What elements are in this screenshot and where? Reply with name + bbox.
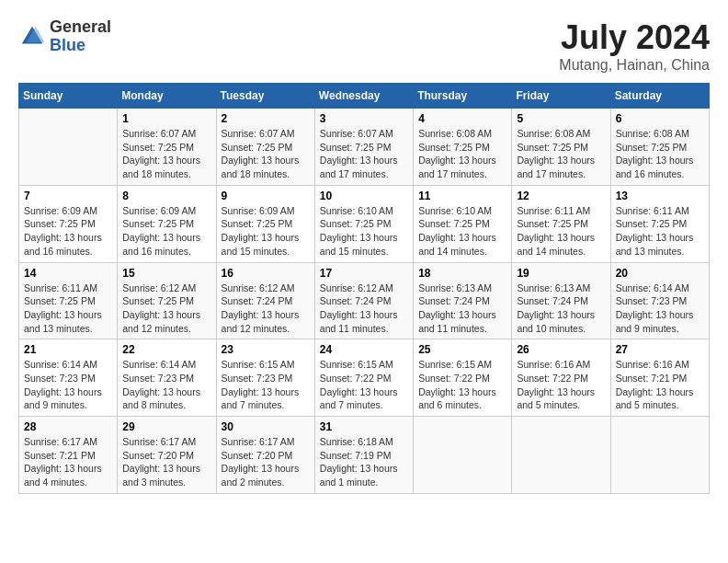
day-cell: 28Sunrise: 6:17 AMSunset: 7:21 PMDayligh…	[19, 417, 118, 494]
day-cell: 26Sunrise: 6:16 AMSunset: 7:22 PMDayligh…	[512, 339, 610, 417]
page-header: General Blue July 2024 Mutang, Hainan, C…	[18, 18, 710, 74]
day-info: Sunrise: 6:09 AMSunset: 7:25 PMDaylight:…	[122, 204, 210, 259]
day-number: 3	[320, 112, 408, 125]
day-number: 2	[222, 112, 310, 125]
day-cell: 4Sunrise: 6:08 AMSunset: 7:25 PMDaylight…	[414, 109, 512, 186]
day-number: 17	[320, 267, 408, 280]
day-cell: 3Sunrise: 6:07 AMSunset: 7:25 PMDaylight…	[314, 109, 413, 186]
day-cell: 18Sunrise: 6:13 AMSunset: 7:24 PMDayligh…	[414, 262, 512, 339]
day-number: 11	[418, 190, 506, 202]
day-info: Sunrise: 6:18 AMSunset: 7:19 PMDaylight:…	[320, 435, 408, 489]
day-cell: 22Sunrise: 6:14 AMSunset: 7:23 PMDayligh…	[118, 339, 216, 417]
day-info: Sunrise: 6:17 AMSunset: 7:20 PMDaylight:…	[222, 435, 310, 489]
day-cell: 9Sunrise: 6:09 AMSunset: 7:25 PMDaylight…	[216, 185, 314, 262]
day-cell: 29Sunrise: 6:17 AMSunset: 7:20 PMDayligh…	[118, 417, 216, 494]
day-cell: 24Sunrise: 6:15 AMSunset: 7:22 PMDayligh…	[314, 339, 413, 417]
day-number: 29	[122, 420, 210, 433]
day-cell: 15Sunrise: 6:12 AMSunset: 7:25 PMDayligh…	[118, 262, 216, 339]
day-cell	[19, 109, 118, 186]
day-number: 19	[517, 267, 605, 280]
day-info: Sunrise: 6:12 AMSunset: 7:25 PMDaylight:…	[122, 282, 210, 336]
day-number: 23	[222, 343, 310, 356]
week-row-2: 14Sunrise: 6:11 AMSunset: 7:25 PMDayligh…	[19, 262, 710, 339]
header-sunday: Sunday	[19, 84, 118, 109]
calendar-header: SundayMondayTuesdayWednesdayThursdayFrid…	[19, 84, 710, 109]
day-info: Sunrise: 6:17 AMSunset: 7:21 PMDaylight:…	[24, 435, 112, 489]
calendar-table: SundayMondayTuesdayWednesdayThursdayFrid…	[18, 83, 710, 494]
day-cell: 17Sunrise: 6:12 AMSunset: 7:24 PMDayligh…	[314, 262, 413, 339]
day-info: Sunrise: 6:07 AMSunset: 7:25 PMDaylight:…	[222, 127, 310, 181]
day-cell: 23Sunrise: 6:15 AMSunset: 7:23 PMDayligh…	[216, 339, 314, 417]
day-info: Sunrise: 6:15 AMSunset: 7:22 PMDaylight:…	[320, 358, 408, 412]
day-info: Sunrise: 6:14 AMSunset: 7:23 PMDaylight:…	[24, 358, 112, 412]
day-info: Sunrise: 6:15 AMSunset: 7:22 PMDaylight:…	[418, 358, 506, 412]
day-cell: 27Sunrise: 6:16 AMSunset: 7:21 PMDayligh…	[610, 339, 709, 417]
day-info: Sunrise: 6:14 AMSunset: 7:23 PMDaylight:…	[122, 358, 210, 412]
day-number: 24	[320, 343, 408, 356]
day-number: 15	[122, 267, 210, 280]
title-block: July 2024 Mutang, Hainan, China	[559, 18, 710, 74]
day-number: 30	[222, 420, 310, 433]
day-number: 9	[222, 190, 310, 202]
day-cell: 5Sunrise: 6:08 AMSunset: 7:25 PMDaylight…	[512, 109, 610, 186]
day-number: 26	[517, 343, 605, 356]
logo-icon	[18, 23, 46, 51]
day-cell: 31Sunrise: 6:18 AMSunset: 7:19 PMDayligh…	[314, 417, 413, 494]
day-cell	[414, 417, 512, 494]
day-number: 7	[24, 190, 112, 202]
day-info: Sunrise: 6:08 AMSunset: 7:25 PMDaylight:…	[418, 127, 506, 181]
day-number: 27	[616, 343, 704, 356]
header-saturday: Saturday	[610, 84, 709, 109]
day-cell: 14Sunrise: 6:11 AMSunset: 7:25 PMDayligh…	[19, 262, 118, 339]
header-row: SundayMondayTuesdayWednesdayThursdayFrid…	[19, 84, 710, 109]
day-number: 10	[320, 190, 408, 202]
day-number: 14	[24, 267, 112, 280]
day-info: Sunrise: 6:09 AMSunset: 7:25 PMDaylight:…	[222, 204, 310, 259]
day-info: Sunrise: 6:16 AMSunset: 7:21 PMDaylight:…	[616, 358, 704, 412]
day-info: Sunrise: 6:15 AMSunset: 7:23 PMDaylight:…	[222, 358, 310, 412]
day-number: 6	[616, 112, 704, 125]
day-info: Sunrise: 6:08 AMSunset: 7:25 PMDaylight:…	[517, 127, 605, 181]
header-friday: Friday	[512, 84, 610, 109]
day-info: Sunrise: 6:13 AMSunset: 7:24 PMDaylight:…	[517, 282, 605, 336]
header-thursday: Thursday	[414, 84, 512, 109]
calendar-body: 1Sunrise: 6:07 AMSunset: 7:25 PMDaylight…	[19, 109, 710, 494]
header-wednesday: Wednesday	[314, 84, 413, 109]
logo: General Blue	[18, 18, 111, 55]
day-info: Sunrise: 6:17 AMSunset: 7:20 PMDaylight:…	[122, 435, 210, 489]
day-cell: 10Sunrise: 6:10 AMSunset: 7:25 PMDayligh…	[314, 185, 413, 262]
logo-general-text: General	[50, 18, 111, 37]
day-cell: 30Sunrise: 6:17 AMSunset: 7:20 PMDayligh…	[216, 417, 314, 494]
day-cell	[512, 417, 610, 494]
day-number: 18	[418, 267, 506, 280]
day-info: Sunrise: 6:07 AMSunset: 7:25 PMDaylight:…	[122, 127, 210, 181]
day-info: Sunrise: 6:12 AMSunset: 7:24 PMDaylight:…	[222, 282, 310, 336]
day-number: 21	[24, 343, 112, 356]
day-cell: 20Sunrise: 6:14 AMSunset: 7:23 PMDayligh…	[610, 262, 709, 339]
day-cell: 7Sunrise: 6:09 AMSunset: 7:25 PMDaylight…	[19, 185, 118, 262]
day-cell	[610, 417, 709, 494]
week-row-1: 7Sunrise: 6:09 AMSunset: 7:25 PMDaylight…	[19, 185, 710, 262]
day-number: 4	[418, 112, 506, 125]
header-monday: Monday	[118, 84, 216, 109]
day-number: 31	[320, 420, 408, 433]
location: Mutang, Hainan, China	[559, 57, 710, 74]
day-number: 16	[222, 267, 310, 280]
day-info: Sunrise: 6:11 AMSunset: 7:25 PMDaylight:…	[517, 204, 605, 259]
day-number: 12	[517, 190, 605, 202]
day-info: Sunrise: 6:13 AMSunset: 7:24 PMDaylight:…	[418, 282, 506, 336]
header-tuesday: Tuesday	[216, 84, 314, 109]
week-row-4: 28Sunrise: 6:17 AMSunset: 7:21 PMDayligh…	[19, 417, 710, 494]
day-number: 22	[122, 343, 210, 356]
day-number: 13	[616, 190, 704, 202]
day-info: Sunrise: 6:10 AMSunset: 7:25 PMDaylight:…	[418, 204, 506, 259]
day-number: 1	[122, 112, 210, 125]
day-number: 25	[418, 343, 506, 356]
month-title: July 2024	[559, 18, 710, 57]
day-number: 20	[616, 267, 704, 280]
day-cell: 25Sunrise: 6:15 AMSunset: 7:22 PMDayligh…	[414, 339, 512, 417]
day-cell: 6Sunrise: 6:08 AMSunset: 7:25 PMDaylight…	[610, 109, 709, 186]
day-cell: 2Sunrise: 6:07 AMSunset: 7:25 PMDaylight…	[216, 109, 314, 186]
day-number: 5	[517, 112, 605, 125]
day-info: Sunrise: 6:09 AMSunset: 7:25 PMDaylight:…	[24, 204, 112, 259]
